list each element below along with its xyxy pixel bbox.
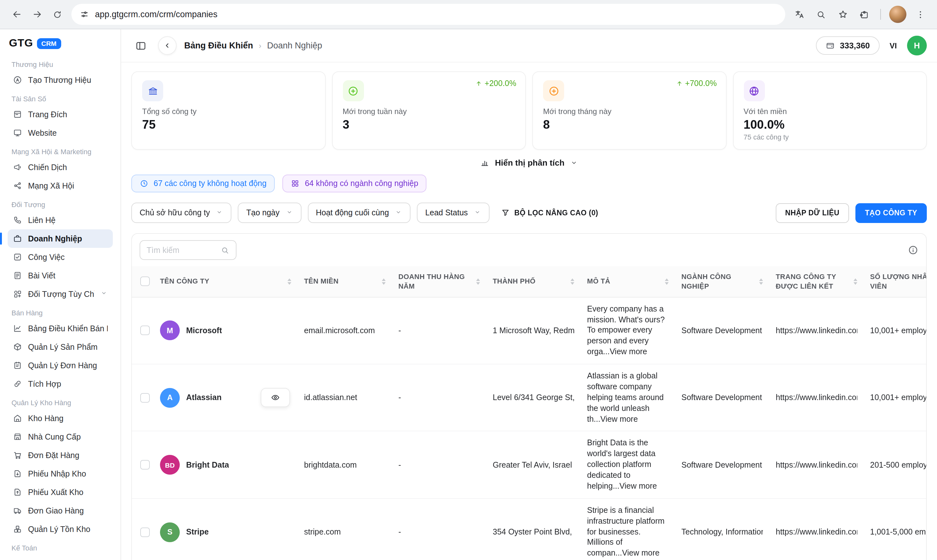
preview-eye-button[interactable] xyxy=(261,388,290,408)
browser-reload-button[interactable] xyxy=(47,4,68,25)
address-bar[interactable]: app.gtgcrm.com/crm/companies xyxy=(71,4,785,25)
quick-filter-chip-67-cac-cong-ty-khong-hoat-dong[interactable]: 67 các công ty không hoạt động xyxy=(131,175,275,192)
search-input[interactable] xyxy=(146,246,217,254)
search-box[interactable] xyxy=(140,240,236,260)
sidebar-item-mang-xa-hoi[interactable]: Mạng Xã Hội xyxy=(8,177,113,195)
campaign-icon xyxy=(13,163,22,172)
logo-crm-badge: CRM xyxy=(37,38,61,49)
sort-carets[interactable] xyxy=(665,278,669,285)
show-analytics-toggle[interactable]: Hiển thị phân tích xyxy=(480,158,578,168)
sort-carets[interactable] xyxy=(476,278,480,285)
row-checkbox[interactable] xyxy=(140,326,150,335)
sidebar-item-lien-he[interactable]: Liên Hệ xyxy=(8,211,113,229)
credits-badge[interactable]: 333,360 xyxy=(815,36,879,55)
table-row-stripe[interactable]: SStripestripe.com-354 Oyster Point Blvd,… xyxy=(132,498,926,560)
breadcrumb-parent[interactable]: Bảng Điều Khiển xyxy=(184,41,253,50)
sidebar-item-don-dat-hang[interactable]: Đơn Đặt Hàng xyxy=(8,446,113,465)
table-row-microsoft[interactable]: MMicrosoftemail.microsoft.com-1 Microsof… xyxy=(132,297,926,364)
sidebar-item-bang-dieu-khien-ban-h[interactable]: Bảng Điều Khiển Bán H... xyxy=(8,319,113,338)
bookmark-star-button[interactable] xyxy=(832,4,853,25)
language-switch[interactable]: VI xyxy=(889,41,897,50)
sidebar-item-tao-thuong-hieu[interactable]: Tạo Thương Hiệu xyxy=(8,71,113,89)
browser-menu-button[interactable] xyxy=(910,4,931,25)
sales-dashboard-icon xyxy=(13,324,22,333)
app-logo[interactable]: GTG CRM xyxy=(8,36,113,55)
import-data-button[interactable]: NHẬP DỮ LIỆU xyxy=(775,203,849,223)
sidebar-item-quan-ly-san-pham[interactable]: Quản Lý Sản Phẩm xyxy=(8,338,113,356)
view-more-link[interactable]: View more xyxy=(619,482,657,491)
column-header-nganh-cong-nghiep[interactable]: NGÀNH CÔNG NGHIỆP xyxy=(675,266,769,297)
filter-dropdown-hoat-dong-cuoi-cung[interactable]: Hoạt động cuối cùng xyxy=(308,203,410,223)
page-search-button[interactable] xyxy=(811,4,831,25)
sidebar-item-website[interactable]: Website xyxy=(8,124,113,142)
view-more-link[interactable]: View more xyxy=(601,414,638,423)
sidebar-item-chien-dich[interactable]: Chiến Dịch xyxy=(8,158,113,177)
column-header-trang-cong-ty-duoc-lien-ket[interactable]: TRANG CÔNG TY ĐƯỢC LIÊN KẾT xyxy=(769,266,864,297)
company-name-inner: BDBright Data xyxy=(160,455,291,475)
table-scroll[interactable]: TÊN CÔNG TYTÊN MIỀNDOANH THU HÀNG NĂMTHÀ… xyxy=(132,266,926,560)
sort-desc-caret xyxy=(665,282,669,285)
sort-carets[interactable] xyxy=(382,278,386,285)
sidebar-item-don-giao-hang[interactable]: Đơn Giao Hàng xyxy=(8,502,113,520)
sort-carets[interactable] xyxy=(759,278,763,285)
row-checkbox[interactable] xyxy=(140,527,150,537)
column-header-ten-mien[interactable]: TÊN MIỀN xyxy=(297,266,392,297)
sidebar-item-kho-hang[interactable]: Kho Hàng xyxy=(8,409,113,428)
column-header-mo-ta[interactable]: MÔ TẢ xyxy=(581,266,675,297)
sort-carets[interactable] xyxy=(854,278,857,285)
advanced-filter-button[interactable]: BỘ LỌC NÂNG CAO (0) xyxy=(501,208,598,217)
column-header-doanh-thu-hang-nam[interactable]: DOANH THU HÀNG NĂM xyxy=(392,266,486,297)
sidebar-item-quan-ly-ton-kho[interactable]: Quản Lý Tồn Kho xyxy=(8,520,113,538)
row-checkbox[interactable] xyxy=(140,460,150,469)
table-info-button[interactable] xyxy=(908,245,919,255)
filter-dropdown-chu-so-huu-cong-ty[interactable]: Chủ sở hữu công ty xyxy=(131,203,232,223)
sidebar-item-trang-dich[interactable]: Trang Đích xyxy=(8,105,113,124)
table-row-bright-data[interactable]: BDBright Databrightdata.com-Greater Tel … xyxy=(132,431,926,498)
select-all-checkbox[interactable] xyxy=(140,277,150,286)
sidebar-item-doi-tuong-tuy-chinh[interactable]: Đối Tượng Tùy Chỉnh xyxy=(8,285,113,303)
column-header-ten-cong-ty[interactable]: TÊN CÔNG TY xyxy=(154,266,297,297)
translate-button[interactable] xyxy=(789,4,809,25)
extensions-button[interactable] xyxy=(854,4,875,25)
linkedin-url[interactable]: https://www.linkedin.com/co xyxy=(776,528,857,537)
row-checkbox[interactable] xyxy=(140,393,150,403)
browser-back-button[interactable] xyxy=(6,4,27,25)
page-back-button[interactable] xyxy=(158,36,177,55)
info-icon xyxy=(908,245,919,255)
sidebar-item-phieu-xuat-kho[interactable]: Phiếu Xuất Kho xyxy=(8,483,113,502)
browser-forward-button[interactable] xyxy=(27,4,47,25)
column-header-thanh-pho[interactable]: THÀNH PHỐ xyxy=(486,266,581,297)
custom-object-icon xyxy=(13,289,22,299)
linkedin-url[interactable]: https://www.linkedin.com/co xyxy=(776,460,857,469)
filter-dropdown-tao-ngay[interactable]: Tạo ngày xyxy=(238,203,301,223)
city: Level 6/341 George St, Sydne xyxy=(493,394,574,402)
sort-carets[interactable] xyxy=(570,278,574,285)
sidebar-item-tich-hop[interactable]: Tích Hợp xyxy=(8,375,113,393)
sidebar-item-bai-viet[interactable]: Bài Viết xyxy=(8,266,113,285)
sidebar-item-ke-toan[interactable]: Kế Toán xyxy=(8,554,113,560)
browser-profile-avatar[interactable] xyxy=(889,6,906,23)
sidebar-item-nha-cung-cap[interactable]: Nhà Cung Cấp xyxy=(8,428,113,446)
site-info-button[interactable] xyxy=(80,9,89,19)
stat-label: Với tên miền xyxy=(744,107,916,116)
quick-filter-chip-64-khong-co-nganh-cong-nghiep[interactable]: 64 không có ngành công nghiệp xyxy=(282,175,427,192)
column-header-label: TÊN MIỀN xyxy=(304,277,378,286)
linkedin-url[interactable]: https://www.linkedin.com/co xyxy=(776,394,857,402)
column-header-so-luong-nhan-vien[interactable]: SỐ LƯỢNG NHÂN VIÊN xyxy=(864,266,926,297)
table-row-atlassian[interactable]: AAtlassianid.atlassian.net-Level 6/341 G… xyxy=(132,364,926,431)
user-avatar[interactable]: H xyxy=(907,36,927,55)
linkedin-url[interactable]: https://www.linkedin.com/co xyxy=(776,326,857,335)
sort-carets[interactable] xyxy=(287,278,291,285)
view-more-link[interactable]: View more xyxy=(622,549,660,558)
view-more-link[interactable]: View more xyxy=(610,347,647,356)
filter-dropdown-lead-status[interactable]: Lead Status xyxy=(417,203,489,223)
sidebar-item-doanh-nghiep[interactable]: Doanh Nghiệp xyxy=(8,229,113,248)
sort-asc-caret xyxy=(665,278,669,281)
create-company-button[interactable]: TẠO CÔNG TY xyxy=(855,203,927,223)
sidebar-item-quan-ly-don-hang[interactable]: Quản Lý Đơn Hàng xyxy=(8,356,113,375)
sidebar-toggle-button[interactable] xyxy=(131,36,150,55)
sidebar-item-cong-viec[interactable]: Công Việc xyxy=(8,248,113,266)
description-cell: Every company has a mission. What's ours… xyxy=(581,297,675,364)
sidebar-item-phieu-nhap-kho[interactable]: Phiếu Nhập Kho xyxy=(8,465,113,483)
advanced-filter-label: BỘ LỌC NÂNG CAO (0) xyxy=(515,209,598,217)
